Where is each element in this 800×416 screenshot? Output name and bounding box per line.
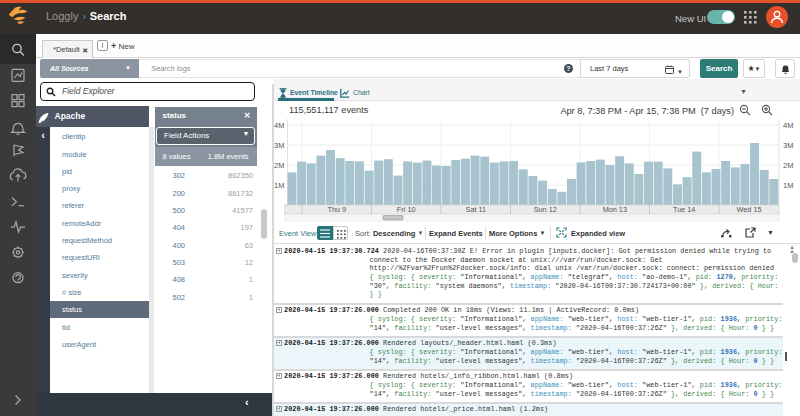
svg-text:Sat 11: Sat 11: [466, 205, 487, 214]
svg-text:4M: 4M: [783, 121, 793, 130]
svg-text:Tue 14: Tue 14: [673, 205, 695, 214]
svg-text:3M: 3M: [783, 141, 793, 150]
svg-text:Sun 12: Sun 12: [534, 205, 557, 214]
svg-text:4M: 4M: [274, 121, 284, 130]
svg-text:2M: 2M: [274, 161, 284, 170]
svg-text:Wed 15: Wed 15: [736, 205, 761, 214]
svg-text:Fri 10: Fri 10: [397, 205, 416, 214]
svg-text:2M: 2M: [783, 161, 793, 170]
svg-text:Mon 13: Mon 13: [603, 205, 627, 214]
svg-text:1M: 1M: [274, 181, 284, 190]
svg-text:1M: 1M: [783, 181, 793, 190]
svg-text:Thu 9: Thu 9: [327, 205, 346, 214]
svg-text:3M: 3M: [274, 141, 284, 150]
